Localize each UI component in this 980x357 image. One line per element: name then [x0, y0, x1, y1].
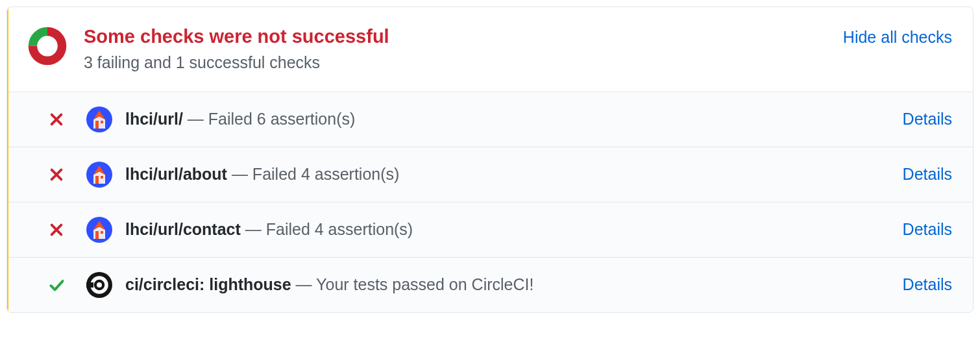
- checks-title: Some checks were not successful: [84, 25, 843, 48]
- checks-subtitle: 3 failing and 1 successful checks: [84, 53, 843, 72]
- check-row: ci/circleci: lighthouse — Your tests pas…: [7, 257, 973, 312]
- check-description: lhci/url/contact — Failed 4 assertion(s): [125, 220, 903, 239]
- separator: —: [291, 275, 316, 293]
- lhci-icon: [86, 217, 112, 243]
- check-description: lhci/url/ — Failed 6 assertion(s): [125, 110, 903, 129]
- check-message: Failed 6 assertion(s): [208, 110, 355, 128]
- circleci-icon: [86, 272, 112, 298]
- check-name: lhci/url/about: [125, 165, 227, 183]
- x-icon: [46, 223, 67, 237]
- check-description: ci/circleci: lighthouse — Your tests pas…: [125, 275, 903, 294]
- checks-header: Some checks were not successful 3 failin…: [7, 7, 973, 92]
- details-link[interactable]: Details: [903, 220, 952, 239]
- separator: —: [227, 165, 252, 183]
- check-row: lhci/url/ — Failed 6 assertion(s)Details: [7, 92, 973, 147]
- check-name: lhci/url/: [125, 110, 183, 128]
- check-icon: [46, 278, 67, 292]
- check-name: ci/circleci: lighthouse: [125, 275, 291, 293]
- details-link[interactable]: Details: [903, 110, 952, 129]
- check-message: Failed 4 assertion(s): [252, 165, 399, 183]
- check-message: Your tests passed on CircleCI!: [316, 275, 533, 293]
- x-icon: [46, 167, 67, 182]
- status-donut-icon: [28, 27, 67, 68]
- check-description: lhci/url/about — Failed 4 assertion(s): [125, 165, 903, 184]
- check-row: lhci/url/about — Failed 4 assertion(s)De…: [7, 147, 973, 202]
- check-name: lhci/url/contact: [125, 220, 241, 238]
- hide-all-checks-link[interactable]: Hide all checks: [843, 28, 952, 47]
- details-link[interactable]: Details: [903, 165, 952, 184]
- lhci-icon: [86, 106, 112, 132]
- details-link[interactable]: Details: [903, 275, 952, 294]
- check-row: lhci/url/contact — Failed 4 assertion(s)…: [7, 202, 973, 257]
- check-message: Failed 4 assertion(s): [266, 220, 413, 238]
- x-icon: [46, 112, 67, 127]
- lhci-icon: [86, 162, 112, 188]
- separator: —: [183, 110, 208, 128]
- checks-list: lhci/url/ — Failed 6 assertion(s)Details…: [7, 92, 973, 312]
- separator: —: [241, 220, 266, 238]
